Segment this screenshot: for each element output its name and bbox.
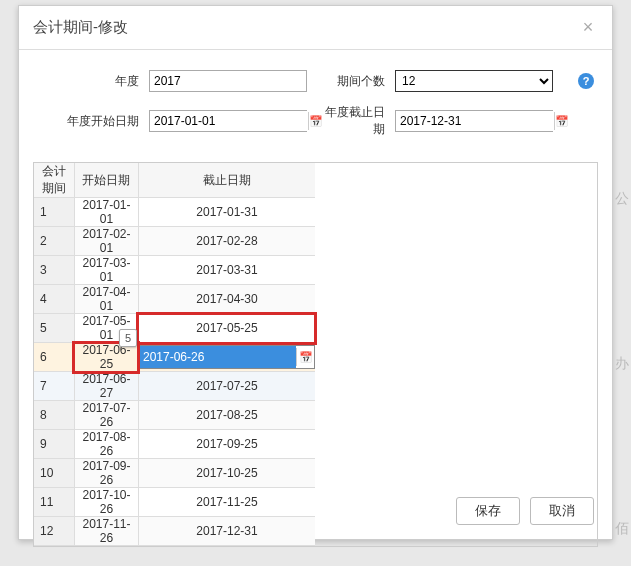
dialog-footer: 保存 取消: [456, 497, 594, 525]
th-end: 截止日期: [138, 163, 315, 198]
cell-end[interactable]: 2017-08-25: [138, 401, 315, 430]
label-year: 年度: [39, 73, 149, 90]
table-row[interactable]: 122017-11-262017-12-31: [34, 517, 315, 546]
cell-start[interactable]: 2017-09-26: [74, 459, 138, 488]
cell-start[interactable]: 2017-11-26: [74, 517, 138, 546]
cell-end[interactable]: 2017-03-31: [138, 256, 315, 285]
cell-end[interactable]: 2017-01-31: [138, 198, 315, 227]
cell-period: 2: [34, 227, 74, 256]
table-row[interactable]: 42017-04-012017-04-30: [34, 285, 315, 314]
dialog-modify-period: 会计期间-修改 × 年度 期间个数 12 ? 年度开始日期 📅 年度截止日期 📅: [18, 5, 613, 540]
form-area: 年度 期间个数 12 ? 年度开始日期 📅 年度截止日期 📅: [19, 50, 612, 162]
bg-hint: 办: [615, 355, 629, 373]
cancel-button[interactable]: 取消: [530, 497, 594, 525]
th-period: 会计期间: [34, 163, 74, 198]
save-button[interactable]: 保存: [456, 497, 520, 525]
period-table-wrap: 会计期间 开始日期 截止日期 12017-01-012017-01-31 220…: [33, 162, 598, 547]
cell-period: 1: [34, 198, 74, 227]
dialog-header: 会计期间-修改 ×: [19, 6, 612, 50]
cell-start[interactable]: 2017-10-26: [74, 488, 138, 517]
cell-end-input[interactable]: [140, 346, 296, 368]
help-icon[interactable]: ?: [578, 73, 594, 89]
table-row[interactable]: 32017-03-012017-03-31: [34, 256, 315, 285]
cell-end[interactable]: 2017-05-25: [138, 314, 315, 343]
table-row[interactable]: 12017-01-012017-01-31: [34, 198, 315, 227]
table-header-row: 会计期间 开始日期 截止日期: [34, 163, 315, 198]
cell-end[interactable]: 2017-09-25: [138, 430, 315, 459]
calendar-icon[interactable]: 📅: [554, 112, 569, 130]
cell-period: 6: [34, 343, 74, 372]
bg-hint: 公: [615, 190, 629, 208]
table-row-selected[interactable]: 6 2017-06-25 📅: [34, 343, 315, 372]
label-period-count: 期间个数: [315, 73, 395, 90]
period-table: 会计期间 开始日期 截止日期 12017-01-012017-01-31 220…: [34, 163, 315, 546]
cell-start[interactable]: 2017-06-27: [74, 372, 138, 401]
close-icon[interactable]: ×: [578, 17, 598, 38]
cell-end[interactable]: 2017-04-30: [138, 285, 315, 314]
cell-end[interactable]: 2017-07-25: [138, 372, 315, 401]
table-row[interactable]: 102017-09-262017-10-25: [34, 459, 315, 488]
cell-period: 11: [34, 488, 74, 517]
dialog-title: 会计期间-修改: [33, 18, 128, 37]
calendar-icon[interactable]: 📅: [296, 348, 314, 366]
cell-end[interactable]: 2017-12-31: [138, 517, 315, 546]
cell-period: 10: [34, 459, 74, 488]
table-row[interactable]: 72017-06-272017-07-25: [34, 372, 315, 401]
label-year-start: 年度开始日期: [39, 113, 149, 130]
year-input[interactable]: [149, 70, 307, 92]
cell-start[interactable]: 2017-02-01: [74, 227, 138, 256]
cell-end[interactable]: 2017-02-28: [138, 227, 315, 256]
period-count-select[interactable]: 12: [395, 70, 553, 92]
cell-period: 9: [34, 430, 74, 459]
cell-period: 4: [34, 285, 74, 314]
th-start: 开始日期: [74, 163, 138, 198]
cell-start[interactable]: 2017-08-26: [74, 430, 138, 459]
table-row[interactable]: 112017-10-262017-11-25: [34, 488, 315, 517]
cell-period: 3: [34, 256, 74, 285]
table-row[interactable]: 22017-02-012017-02-28: [34, 227, 315, 256]
label-year-end: 年度截止日期: [315, 104, 395, 138]
cell-period: 12: [34, 517, 74, 546]
cell-end[interactable]: 2017-11-25: [138, 488, 315, 517]
cell-end[interactable]: 2017-10-25: [138, 459, 315, 488]
table-row[interactable]: 92017-08-262017-09-25: [34, 430, 315, 459]
year-start-input[interactable]: [150, 111, 308, 131]
cell-period: 5: [34, 314, 74, 343]
cell-end-editing[interactable]: 📅: [138, 343, 315, 372]
table-row[interactable]: 52017-05-012017-05-25: [34, 314, 315, 343]
bg-hint: 佰: [615, 520, 629, 538]
year-end-date-field[interactable]: 📅: [395, 110, 553, 132]
cell-start[interactable]: 2017-01-01: [74, 198, 138, 227]
cell-period: 8: [34, 401, 74, 430]
year-start-date-field[interactable]: 📅: [149, 110, 307, 132]
year-end-input[interactable]: [396, 111, 554, 131]
cell-start[interactable]: 2017-03-01: [74, 256, 138, 285]
cell-start[interactable]: 2017-04-01: [74, 285, 138, 314]
cell-start[interactable]: 2017-07-26: [74, 401, 138, 430]
tooltip-badge: 5: [119, 329, 137, 347]
cell-period: 7: [34, 372, 74, 401]
table-row[interactable]: 82017-07-262017-08-25: [34, 401, 315, 430]
